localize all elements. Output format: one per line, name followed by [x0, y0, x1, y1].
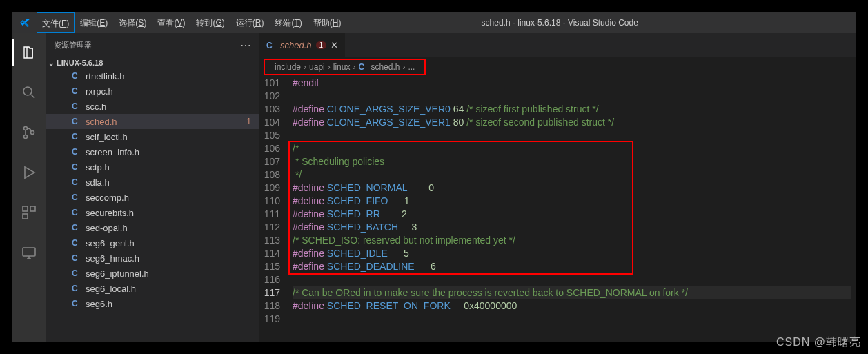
close-icon[interactable]: ✕ [331, 40, 338, 50]
chevron-right-icon: › [304, 62, 306, 72]
menu-item-f[interactable]: 文件(F) [37, 12, 75, 33]
c-file-icon: C [72, 132, 81, 141]
code-line[interactable]: #define SCHED_RESET_ON_FORK 0x40000000 [293, 299, 851, 313]
code-line[interactable]: #define SCHED_IDLE 5 [293, 247, 851, 260]
file-item[interactable]: Cscreen_info.h [46, 144, 259, 159]
search-icon[interactable] [12, 79, 46, 106]
code-line[interactable] [293, 313, 851, 326]
menu-item-e[interactable]: 编辑(E) [75, 12, 113, 33]
breadcrumb-tail[interactable]: ... [408, 62, 415, 72]
file-item[interactable]: Cseg6_hmac.h [46, 250, 259, 266]
svg-point-1 [24, 127, 28, 130]
menu-item-g[interactable]: 转到(G) [190, 12, 230, 33]
vscode-logo-icon [12, 17, 37, 28]
code-line[interactable] [293, 129, 851, 142]
tab-error-badge: 1 [316, 41, 327, 49]
file-label: seg6_genl.h [86, 238, 135, 248]
breadcrumb-file[interactable]: sched.h [371, 62, 400, 72]
menu-item-t[interactable]: 终端(T) [269, 12, 307, 33]
explorer-icon[interactable] [12, 39, 46, 66]
code-line[interactable]: #define CLONE_ARGS_SIZE_VER0 64 /* sizeo… [293, 103, 851, 116]
code-line[interactable] [293, 273, 851, 286]
menu-item-s[interactable]: 选择(S) [113, 12, 152, 33]
code-line[interactable]: #define CLONE_ARGS_SIZE_VER1 80 /* sizeo… [293, 116, 851, 129]
code-line[interactable]: #define SCHED_BATCH 3 [293, 221, 851, 234]
source-control-icon[interactable] [12, 119, 46, 146]
code-line[interactable]: /* Can be ORed in to make sure the proce… [293, 286, 851, 299]
file-item[interactable]: Cseg6_local.h [46, 281, 259, 296]
menu-item-v[interactable]: 查看(V) [152, 12, 190, 33]
code-line[interactable]: #define SCHED_RR 2 [293, 208, 851, 221]
c-file-icon: C [72, 284, 81, 293]
breadcrumb[interactable]: include›uapi›linux›C sched.h›... [264, 59, 426, 75]
code-line[interactable]: #define SCHED_DEADLINE 6 [293, 260, 851, 273]
file-label: seg6_hmac.h [86, 253, 139, 264]
tab-sched-h[interactable]: C sched.h 1 ✕ [259, 33, 345, 57]
breadcrumb-segment[interactable]: uapi [309, 62, 325, 72]
menu-item-r[interactable]: 运行(R) [230, 12, 270, 33]
tab-label: sched.h [280, 40, 312, 50]
code-line[interactable]: */ [293, 168, 851, 181]
file-item[interactable]: Cscc.h [46, 99, 259, 114]
file-tree: Crtnetlink.hCrxrpc.hCscc.hCsched.h1Cscif… [46, 68, 259, 342]
c-file-icon: C [72, 268, 81, 278]
c-file-icon: C [72, 238, 81, 248]
code-line[interactable]: #endif [293, 77, 851, 90]
file-label: rxrpc.h [86, 86, 113, 97]
window-title: sched.h - linux-5.6.18 - Visual Studio C… [346, 18, 773, 28]
file-item[interactable]: Cscif_ioctl.h [46, 129, 259, 144]
code-line[interactable]: #define SCHED_FIFO 1 [293, 195, 851, 208]
code-editor[interactable]: 1011021031041051061071081091101111121131… [259, 77, 856, 342]
file-item[interactable]: Cseg6_iptunnel.h [46, 266, 259, 281]
c-file-icon: C [72, 223, 81, 233]
c-file-icon: C [72, 193, 81, 202]
sidebar-more-icon[interactable]: ⋯ [240, 39, 251, 52]
file-item[interactable]: Cseg6.h [46, 296, 259, 311]
c-file-icon: C [72, 86, 81, 96]
c-file-icon: C [72, 253, 81, 263]
file-label: sctp.h [86, 162, 110, 173]
file-item[interactable]: Csed-opal.h [46, 220, 259, 235]
run-debug-icon[interactable] [12, 159, 46, 186]
file-item[interactable]: Csctp.h [46, 159, 259, 175]
code-line[interactable]: /* SCHED_ISO: reserved but not implement… [293, 234, 851, 247]
svg-point-3 [31, 131, 34, 135]
menu-item-h[interactable]: 帮助(H) [308, 12, 347, 33]
c-file-icon: C [72, 71, 81, 81]
svg-rect-7 [23, 248, 35, 256]
code-line[interactable]: * Scheduling policies [293, 155, 851, 168]
file-item[interactable]: Crtnetlink.h [46, 68, 259, 83]
code-line[interactable]: #define SCHED_NORMAL 0 [293, 181, 851, 195]
file-label: securebits.h [86, 208, 134, 218]
file-item[interactable]: Cseccomp.h [46, 190, 259, 205]
file-item[interactable]: Cseg6_genl.h [46, 235, 259, 250]
code-content[interactable]: #endif #define CLONE_ARGS_SIZE_VER0 64 /… [293, 77, 851, 342]
svg-rect-5 [30, 206, 35, 211]
minimap[interactable] [851, 77, 856, 342]
file-label: seccomp.h [86, 193, 129, 203]
editor-tabs: C sched.h 1 ✕ [259, 33, 856, 57]
remote-icon[interactable] [12, 239, 46, 266]
svg-rect-4 [23, 206, 28, 211]
c-file-icon: C [72, 177, 81, 187]
sidebar-folder-header[interactable]: ⌄ LINUX-5.6.18 [46, 57, 259, 68]
line-number-gutter: 1011021031041051061071081091101111121131… [259, 77, 293, 342]
code-line[interactable]: /* [293, 142, 851, 155]
c-file-icon: C [358, 62, 368, 72]
chevron-down-icon: ⌄ [48, 59, 54, 67]
file-item[interactable]: Csched.h1 [46, 114, 259, 129]
breadcrumb-segment[interactable]: linux [333, 62, 351, 72]
chevron-right-icon: › [402, 62, 405, 72]
file-label: seg6_iptunnel.h [86, 268, 149, 279]
titlebar: 文件(F)编辑(E)选择(S)查看(V)转到(G)运行(R)终端(T)帮助(H)… [12, 12, 856, 33]
file-item[interactable]: Csecurebits.h [46, 205, 259, 220]
file-label: screen_info.h [86, 147, 139, 157]
file-item[interactable]: Crxrpc.h [46, 83, 259, 99]
breadcrumb-segment[interactable]: include [275, 62, 301, 72]
c-file-icon: C [72, 162, 81, 172]
extensions-icon[interactable] [12, 199, 46, 226]
file-label: sed-opal.h [86, 223, 128, 233]
file-item[interactable]: Csdla.h [46, 175, 259, 190]
c-file-icon: C [266, 41, 276, 50]
code-line[interactable] [293, 90, 851, 103]
